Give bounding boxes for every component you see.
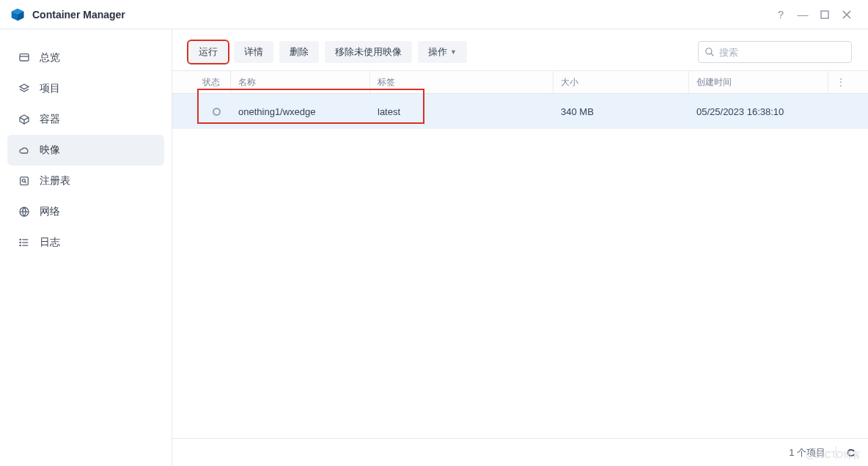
sidebar-item-images[interactable]: 映像 xyxy=(7,135,164,166)
chevron-down-icon: ▼ xyxy=(450,48,457,56)
sidebar: 总览 项目 容器 映像 注册表 网络 日志 xyxy=(0,29,172,466)
delete-button[interactable]: 删除 xyxy=(279,41,319,63)
close-button[interactable] xyxy=(836,4,858,26)
status-bar: 1 个项目 C xyxy=(172,438,868,466)
titlebar: Container Manager ? — xyxy=(0,0,868,29)
svg-marker-6 xyxy=(20,84,29,89)
action-dropdown[interactable]: 操作 ▼ xyxy=(418,41,467,63)
table-body: onething1/wxedge latest 340 MB 05/25/202… xyxy=(172,94,868,438)
svg-rect-7 xyxy=(21,177,29,185)
sidebar-item-label: 总览 xyxy=(40,51,60,64)
column-tag[interactable]: 标签 xyxy=(370,71,553,93)
registry-icon xyxy=(18,174,31,188)
svg-line-18 xyxy=(711,53,714,56)
layers-icon xyxy=(18,82,31,95)
refresh-button[interactable]: C xyxy=(847,446,855,459)
action-label: 操作 xyxy=(428,45,447,59)
sidebar-item-label: 容器 xyxy=(40,113,60,126)
sidebar-item-label: 项目 xyxy=(40,82,60,95)
prune-button[interactable]: 移除未使用映像 xyxy=(325,41,412,63)
item-count: 1 个项目 xyxy=(789,446,825,459)
cube-icon xyxy=(18,113,31,126)
search-box[interactable] xyxy=(698,41,852,63)
list-icon xyxy=(18,236,31,249)
dashboard-icon xyxy=(18,51,31,64)
sidebar-item-label: 日志 xyxy=(40,236,60,249)
table-row[interactable]: onething1/wxedge latest 340 MB 05/25/202… xyxy=(172,94,868,129)
sidebar-item-overview[interactable]: 总览 xyxy=(0,42,172,73)
sidebar-item-logs[interactable]: 日志 xyxy=(0,227,172,258)
sidebar-item-containers[interactable]: 容器 xyxy=(0,104,172,135)
cell-status xyxy=(172,108,231,116)
toolbar: 运行 详情 删除 移除未使用映像 操作 ▼ xyxy=(172,29,868,70)
svg-point-14 xyxy=(20,239,21,240)
svg-rect-3 xyxy=(821,11,828,18)
svg-rect-4 xyxy=(20,54,29,61)
globe-icon xyxy=(18,205,31,218)
table-header: 状态 名称 标签 大小 创建时间 ⋮ xyxy=(172,70,868,94)
sidebar-item-projects[interactable]: 项目 xyxy=(0,73,172,104)
svg-point-17 xyxy=(706,48,712,54)
cell-tag: latest xyxy=(370,106,553,117)
cell-name: onething1/wxedge xyxy=(231,106,370,117)
app-icon xyxy=(10,7,25,22)
cell-time: 05/25/2023 16:38:10 xyxy=(689,106,828,117)
status-indicator-icon xyxy=(213,108,221,116)
column-time[interactable]: 创建时间 xyxy=(689,71,828,93)
search-input[interactable] xyxy=(719,47,845,58)
help-button[interactable]: ? xyxy=(770,4,792,26)
app-title: Container Manager xyxy=(32,9,125,21)
detail-button[interactable]: 详情 xyxy=(234,41,273,63)
maximize-button[interactable] xyxy=(814,4,836,26)
sidebar-item-label: 注册表 xyxy=(40,174,70,188)
column-status[interactable]: 状态 xyxy=(172,71,231,93)
search-icon xyxy=(705,47,715,57)
cloud-icon xyxy=(18,144,31,157)
svg-line-9 xyxy=(25,182,26,183)
sidebar-item-registry[interactable]: 注册表 xyxy=(0,166,172,196)
sidebar-item-label: 网络 xyxy=(40,205,60,218)
sidebar-item-label: 映像 xyxy=(40,144,60,157)
svg-point-16 xyxy=(20,245,21,245)
cell-size: 340 MB xyxy=(553,106,689,117)
column-name[interactable]: 名称 xyxy=(231,71,370,93)
minimize-button[interactable]: — xyxy=(792,4,814,26)
sidebar-item-network[interactable]: 网络 xyxy=(0,196,172,227)
column-size[interactable]: 大小 xyxy=(553,71,689,93)
svg-point-15 xyxy=(20,242,21,243)
divider xyxy=(836,446,836,459)
main-panel: 运行 详情 删除 移除未使用映像 操作 ▼ 状态 名称 标签 大小 创建时间 ⋮ xyxy=(172,29,868,466)
run-button[interactable]: 运行 xyxy=(188,41,228,63)
column-options[interactable]: ⋮ xyxy=(828,71,846,93)
